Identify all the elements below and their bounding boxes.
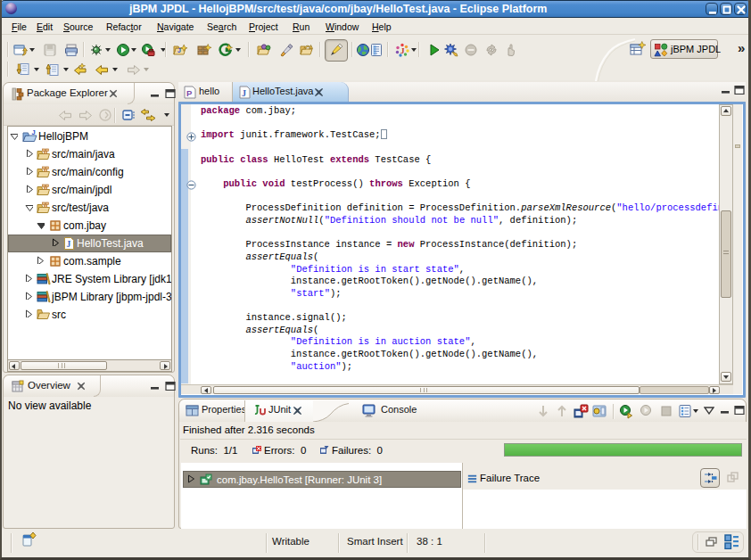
svg-text:P: P: [186, 88, 193, 98]
svg-text:J: J: [400, 46, 405, 55]
svg-text:J: J: [32, 129, 36, 136]
svg-text:J: J: [67, 240, 71, 249]
svg-text:J: J: [242, 88, 246, 98]
